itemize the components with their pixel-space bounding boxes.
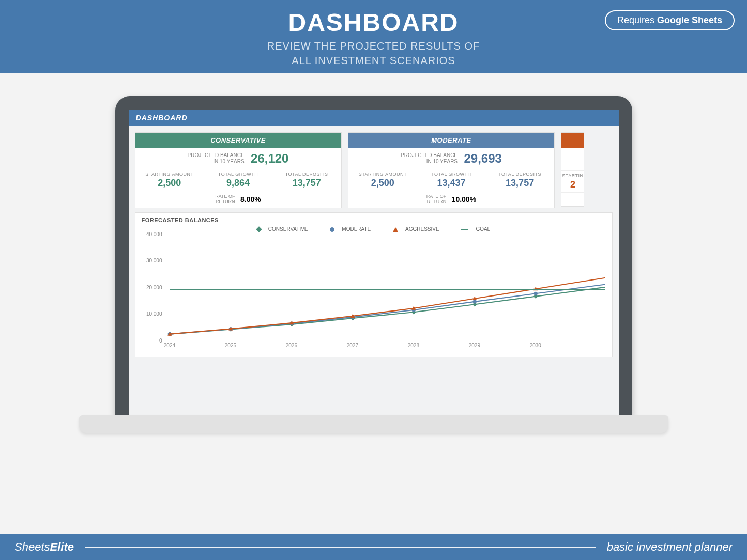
chart-panel: FORECASTED BALANCES CONSERVATIVE MODERAT… — [135, 212, 613, 357]
divider-line — [85, 547, 596, 548]
scenario-title — [561, 133, 584, 148]
stage: DASHBOARD CONSERVATIVE PROJECTED BALANCE… — [0, 73, 747, 534]
scenario-card-conservative: CONSERVATIVE PROJECTED BALANCEIN 10 YEAR… — [135, 132, 342, 208]
chart-area: 010,00020,00030,00040,000 20242025202620… — [164, 234, 606, 353]
scenario-title: MODERATE — [348, 133, 554, 148]
circle-icon — [330, 227, 334, 232]
triangle-icon — [393, 227, 398, 232]
projected-value: 26,120 — [251, 151, 288, 166]
brand: SheetsElite — [14, 540, 74, 554]
requires-badge: Requires Google Sheets — [605, 10, 735, 30]
chart-title: FORECASTED BALANCES — [142, 217, 606, 223]
svg-point-14 — [533, 291, 537, 295]
promo-banner: DASHBOARD REVIEW THE PROJECTED RESULTS O… — [0, 0, 747, 73]
line-icon — [461, 229, 468, 230]
product-name: basic investment planner — [607, 540, 733, 554]
dashboard-header: DASHBOARD — [129, 110, 619, 126]
projected-row: PROJECTED BALANCEIN 10 YEARS 26,120 — [135, 148, 341, 169]
promo-footer: SheetsElite basic investment planner — [0, 534, 747, 560]
projected-value: 29,693 — [464, 151, 501, 166]
laptop-mockup: DASHBOARD CONSERVATIVE PROJECTED BALANCE… — [115, 96, 632, 433]
chart-legend: CONSERVATIVE MODERATE AGGRESSIVE GOAL — [142, 226, 606, 232]
chart-plot — [164, 234, 606, 345]
laptop-screen: DASHBOARD CONSERVATIVE PROJECTED BALANCE… — [129, 110, 619, 415]
scenario-card-aggressive-partial: STARTIN2 — [561, 132, 584, 207]
x-axis-labels: 2024202520262027202820292030 — [164, 343, 606, 353]
dashboard-body: CONSERVATIVE PROJECTED BALANCEIN 10 YEAR… — [129, 126, 619, 208]
svg-point-13 — [472, 300, 476, 303]
y-axis-labels: 010,00020,00030,00040,000 — [142, 234, 162, 340]
scenario-card-moderate: MODERATE PROJECTED BALANCEIN 10 YEARS 29… — [348, 132, 555, 208]
laptop-base — [79, 415, 668, 433]
scenario-title: CONSERVATIVE — [135, 133, 341, 148]
laptop-screen-frame: DASHBOARD CONSERVATIVE PROJECTED BALANCE… — [115, 96, 632, 415]
diamond-icon — [256, 226, 262, 232]
banner-subtitle: REVIEW THE PROJECTED RESULTS OF ALL INVE… — [0, 39, 747, 68]
